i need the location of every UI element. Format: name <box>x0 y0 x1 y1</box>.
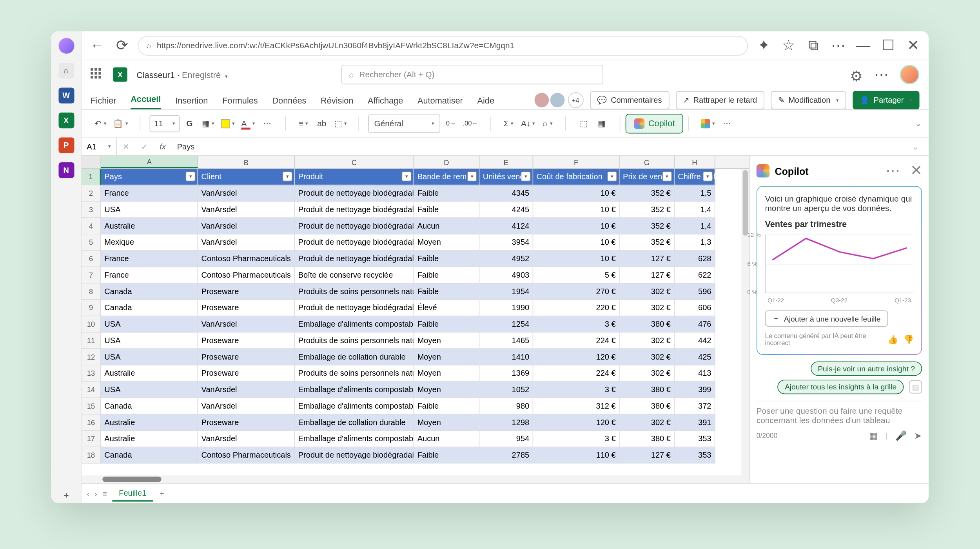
table-cell[interactable]: 10 € <box>533 185 619 202</box>
font-size-input[interactable]: 11▾ <box>150 115 180 132</box>
table-cell[interactable]: VanArsdel <box>198 398 295 414</box>
tab-accueil[interactable]: Accueil <box>131 94 161 109</box>
sheet-prev-icon[interactable]: ‹ <box>87 489 89 498</box>
presence-count[interactable]: +4 <box>568 92 583 108</box>
table-cell[interactable]: 302 € <box>620 284 675 300</box>
table-cell[interactable]: 622 <box>675 267 715 284</box>
home-icon[interactable]: ⌂ <box>58 63 74 78</box>
url-bar[interactable]: ⌕ https://onedrive.live.com/:w:/t/EaCKkP… <box>138 36 748 55</box>
row-header[interactable]: 3 <box>82 202 101 218</box>
autosum-button[interactable]: Σ▾ <box>500 115 517 132</box>
table-cell[interactable]: Contoso Pharmaceuticals <box>198 447 295 464</box>
merge-button[interactable]: ⬚▾ <box>332 115 349 132</box>
filter-icon[interactable]: ▾ <box>185 171 195 181</box>
filter-icon[interactable]: ▾ <box>283 171 292 181</box>
table-cell[interactable]: 1,5 <box>675 185 715 202</box>
table-cell[interactable]: 4345 <box>479 185 533 202</box>
col-header[interactable]: C <box>295 156 414 168</box>
filter-icon[interactable]: ▾ <box>521 171 530 181</box>
table-cell[interactable]: 352 € <box>620 185 675 202</box>
bold-button[interactable]: G <box>181 115 198 132</box>
table-cell[interactable]: 2785 <box>479 447 533 464</box>
table-cell[interactable]: 352 € <box>620 235 675 251</box>
table-cell[interactable]: Moyen <box>414 235 479 251</box>
expand-formula-icon[interactable]: ⌄ <box>906 142 925 151</box>
row-header[interactable]: 14 <box>82 382 101 398</box>
table-cell[interactable]: 596 <box>675 284 715 300</box>
mic-icon[interactable]: 🎤 <box>895 430 906 441</box>
table-cell[interactable]: 1369 <box>479 365 533 382</box>
table-cell[interactable]: Mexique <box>101 235 198 251</box>
table-cell[interactable]: 380 € <box>620 431 675 447</box>
presence-avatar[interactable] <box>534 92 549 108</box>
horizontal-scrollbar[interactable] <box>82 475 749 483</box>
table-cell[interactable]: VanArsdel <box>198 431 295 447</box>
table-cell[interactable]: Proseware <box>198 333 295 349</box>
profile-avatar-small[interactable] <box>58 38 74 54</box>
table-cell[interactable]: Contoso Pharmaceuticals <box>198 251 295 267</box>
table-cell[interactable]: 1,4 <box>675 202 715 218</box>
fill-color-button[interactable]: ▾ <box>218 115 237 132</box>
table-header-cell[interactable]: Client▾ <box>198 169 295 185</box>
table-cell[interactable]: VanArsdel <box>198 202 295 218</box>
borders-button[interactable]: ▦▾ <box>200 115 217 132</box>
align-button[interactable]: ≡▾ <box>295 115 312 132</box>
row-header[interactable]: 10 <box>82 316 101 333</box>
table-cell[interactable]: 476 <box>675 316 715 333</box>
table-cell[interactable]: Emballage de collation durable <box>295 349 414 365</box>
table-format-button[interactable]: ▾ <box>699 115 717 132</box>
table-cell[interactable]: Emballage de collation durable <box>295 414 414 431</box>
table-header-cell[interactable]: Coût de fabrication▾ <box>533 169 619 185</box>
col-header[interactable]: H <box>675 156 715 168</box>
increase-decimal-button[interactable]: .0→ <box>441 115 459 132</box>
editing-mode-button[interactable]: ✎Modification▾ <box>771 91 846 109</box>
filter-icon[interactable]: ▾ <box>607 171 617 181</box>
row-header[interactable]: 12 <box>82 349 101 365</box>
filter-icon[interactable]: ▾ <box>662 171 672 181</box>
table-cell[interactable]: Produit de nettoyage biodégradabl <box>295 202 414 218</box>
addins-icon[interactable]: ⬚ <box>575 115 592 132</box>
find-button[interactable]: ⌕▾ <box>539 115 556 132</box>
table-cell[interactable]: 4245 <box>479 202 533 218</box>
clipboard-icon[interactable]: ▤ <box>909 380 922 393</box>
table-cell[interactable]: Canada <box>101 447 198 464</box>
table-cell[interactable]: VanArsdel <box>198 382 295 398</box>
table-cell[interactable]: 352 € <box>620 218 675 235</box>
share-button[interactable]: 👤Partager▾ <box>853 91 919 109</box>
table-cell[interactable]: Moyen <box>414 365 479 382</box>
table-cell[interactable]: 302 € <box>620 349 675 365</box>
analyze-icon[interactable]: ▦ <box>593 115 610 132</box>
table-cell[interactable]: Emballage d'aliments compostabl <box>295 431 414 447</box>
table-cell[interactable]: 3 € <box>533 382 619 398</box>
table-cell[interactable]: 442 <box>675 333 715 349</box>
col-header[interactable]: G <box>620 156 675 168</box>
tab-fichier[interactable]: Fichier <box>91 96 116 109</box>
spreadsheet-grid[interactable]: A B C D E F G H 1Pays▾Client▾Produit▾Ban… <box>82 156 749 483</box>
table-cell[interactable]: Aucun <box>414 431 479 447</box>
table-cell[interactable]: USA <box>101 349 198 365</box>
table-cell[interactable]: Canada <box>101 284 198 300</box>
more-font-icon[interactable]: ⋯ <box>259 115 276 132</box>
collapse-ribbon-icon[interactable]: ⌄ <box>904 118 922 128</box>
row-header[interactable]: 11 <box>82 333 101 349</box>
sheet-next-icon[interactable]: › <box>94 489 97 498</box>
table-cell[interactable]: Emballage d'aliments compostabl <box>295 382 414 398</box>
refresh-button[interactable]: ⟳ <box>113 36 131 55</box>
minimize-button[interactable]: — <box>854 36 873 55</box>
document-title[interactable]: Classeur1 · Enregistré ▾ <box>136 70 228 80</box>
table-cell[interactable]: 302 € <box>620 365 675 382</box>
maximize-button[interactable]: ☐ <box>879 36 897 55</box>
table-cell[interactable]: 1,3 <box>675 235 715 251</box>
table-cell[interactable]: 1298 <box>479 414 533 431</box>
copilot-button[interactable]: Copilot <box>625 114 683 133</box>
table-cell[interactable]: Emballage d'aliments compostabl <box>295 398 414 414</box>
table-cell[interactable]: 302 € <box>620 300 675 316</box>
col-header[interactable]: B <box>198 156 295 168</box>
collections-icon[interactable]: ⧉ <box>804 36 823 55</box>
tab-affichage[interactable]: Affichage <box>368 96 403 109</box>
sort-button[interactable]: A↓▾ <box>518 115 537 132</box>
back-button[interactable]: ← <box>88 36 107 55</box>
row-header[interactable]: 9 <box>82 300 101 316</box>
word-app-icon[interactable]: W <box>58 88 74 104</box>
table-header-cell[interactable]: Bande de remis▾ <box>414 169 479 185</box>
